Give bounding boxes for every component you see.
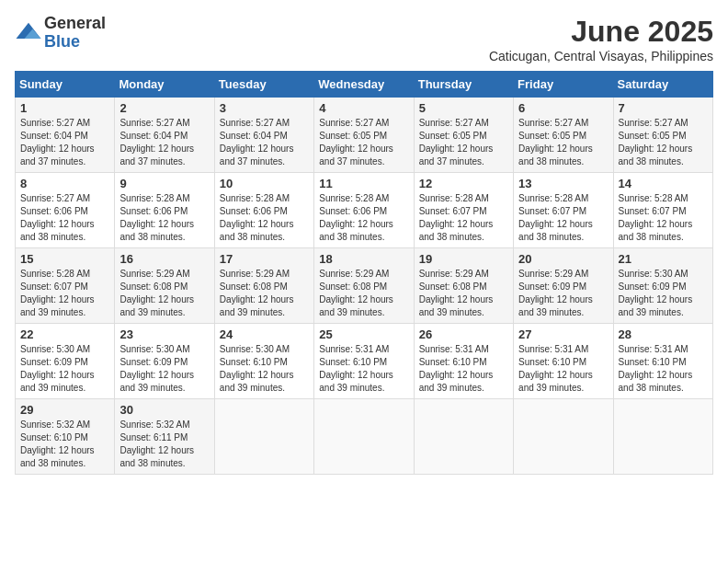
day-info: Sunrise: 5:28 AM Sunset: 6:06 PM Dayligh… <box>319 192 408 244</box>
day-info: Sunrise: 5:27 AM Sunset: 6:05 PM Dayligh… <box>619 117 708 168</box>
day-number: 12 <box>419 177 508 190</box>
week-row-4: 22 Sunrise: 5:30 AM Sunset: 6:09 PM Dayl… <box>16 324 713 399</box>
day-number: 4 <box>319 101 408 115</box>
day-cell: 2 Sunrise: 5:27 AM Sunset: 6:04 PM Dayli… <box>115 98 214 173</box>
day-number: 3 <box>220 101 309 115</box>
day-cell: 6 Sunrise: 5:27 AM Sunset: 6:05 PM Dayli… <box>514 98 613 173</box>
location-title: Caticugan, Central Visayas, Philippines <box>489 49 713 63</box>
day-cell <box>514 399 613 475</box>
header-thursday: Thursday <box>414 72 513 98</box>
day-info: Sunrise: 5:30 AM Sunset: 6:10 PM Dayligh… <box>220 343 309 395</box>
day-cell: 27 Sunrise: 5:31 AM Sunset: 6:10 PM Dayl… <box>514 324 613 399</box>
day-info: Sunrise: 5:31 AM Sunset: 6:10 PM Dayligh… <box>619 343 708 395</box>
header-friday: Friday <box>514 72 613 98</box>
day-number: 27 <box>518 327 608 341</box>
day-cell: 19 Sunrise: 5:29 AM Sunset: 6:08 PM Dayl… <box>414 248 513 324</box>
day-info: Sunrise: 5:30 AM Sunset: 6:09 PM Dayligh… <box>20 343 109 395</box>
day-cell: 21 Sunrise: 5:30 AM Sunset: 6:09 PM Dayl… <box>613 248 712 324</box>
day-cell: 13 Sunrise: 5:28 AM Sunset: 6:07 PM Dayl… <box>514 173 613 248</box>
day-cell: 23 Sunrise: 5:30 AM Sunset: 6:09 PM Dayl… <box>115 324 214 399</box>
day-cell: 26 Sunrise: 5:31 AM Sunset: 6:10 PM Dayl… <box>414 324 513 399</box>
day-number: 9 <box>119 177 209 190</box>
day-number: 5 <box>419 101 508 115</box>
header-sunday: Sunday <box>16 72 115 98</box>
day-cell <box>314 399 414 475</box>
calendar-header-row: SundayMondayTuesdayWednesdayThursdayFrid… <box>16 72 713 98</box>
day-info: Sunrise: 5:30 AM Sunset: 6:09 PM Dayligh… <box>619 268 708 319</box>
day-cell: 29 Sunrise: 5:32 AM Sunset: 6:10 PM Dayl… <box>16 399 115 475</box>
day-cell: 4 Sunrise: 5:27 AM Sunset: 6:05 PM Dayli… <box>314 98 414 173</box>
day-info: Sunrise: 5:31 AM Sunset: 6:10 PM Dayligh… <box>319 343 408 395</box>
header-saturday: Saturday <box>613 72 712 98</box>
logo: General Blue <box>15 15 106 52</box>
day-info: Sunrise: 5:28 AM Sunset: 6:06 PM Dayligh… <box>220 192 309 244</box>
header-tuesday: Tuesday <box>214 72 313 98</box>
calendar-table: SundayMondayTuesdayWednesdayThursdayFrid… <box>15 71 713 475</box>
day-number: 14 <box>619 177 708 190</box>
day-number: 16 <box>119 252 209 266</box>
logo-blue-text: Blue <box>44 33 106 52</box>
day-info: Sunrise: 5:28 AM Sunset: 6:07 PM Dayligh… <box>518 192 608 244</box>
day-info: Sunrise: 5:27 AM Sunset: 6:05 PM Dayligh… <box>419 117 508 168</box>
day-cell: 17 Sunrise: 5:29 AM Sunset: 6:08 PM Dayl… <box>214 248 313 324</box>
day-info: Sunrise: 5:29 AM Sunset: 6:08 PM Dayligh… <box>419 268 508 319</box>
day-cell: 5 Sunrise: 5:27 AM Sunset: 6:05 PM Dayli… <box>414 98 513 173</box>
week-row-5: 29 Sunrise: 5:32 AM Sunset: 6:10 PM Dayl… <box>16 399 713 475</box>
day-number: 28 <box>619 327 708 341</box>
month-title: June 2025 <box>489 15 713 49</box>
day-cell: 3 Sunrise: 5:27 AM Sunset: 6:04 PM Dayli… <box>214 98 313 173</box>
day-number: 22 <box>20 327 109 341</box>
week-row-3: 15 Sunrise: 5:28 AM Sunset: 6:07 PM Dayl… <box>16 248 713 324</box>
day-info: Sunrise: 5:28 AM Sunset: 6:07 PM Dayligh… <box>419 192 508 244</box>
day-cell: 30 Sunrise: 5:32 AM Sunset: 6:11 PM Dayl… <box>115 399 214 475</box>
day-number: 6 <box>518 101 608 115</box>
day-cell: 8 Sunrise: 5:27 AM Sunset: 6:06 PM Dayli… <box>16 173 115 248</box>
week-row-2: 8 Sunrise: 5:27 AM Sunset: 6:06 PM Dayli… <box>16 173 713 248</box>
day-cell: 15 Sunrise: 5:28 AM Sunset: 6:07 PM Dayl… <box>16 248 115 324</box>
day-info: Sunrise: 5:27 AM Sunset: 6:04 PM Dayligh… <box>119 117 209 168</box>
day-cell: 18 Sunrise: 5:29 AM Sunset: 6:08 PM Dayl… <box>314 248 414 324</box>
day-info: Sunrise: 5:28 AM Sunset: 6:07 PM Dayligh… <box>20 268 109 319</box>
day-number: 1 <box>20 101 109 115</box>
day-info: Sunrise: 5:31 AM Sunset: 6:10 PM Dayligh… <box>419 343 508 395</box>
day-number: 25 <box>319 327 408 341</box>
day-info: Sunrise: 5:29 AM Sunset: 6:08 PM Dayligh… <box>119 268 209 319</box>
day-number: 29 <box>20 403 109 417</box>
day-cell: 10 Sunrise: 5:28 AM Sunset: 6:06 PM Dayl… <box>214 173 313 248</box>
day-number: 24 <box>220 327 309 341</box>
day-info: Sunrise: 5:29 AM Sunset: 6:09 PM Dayligh… <box>518 268 608 319</box>
day-number: 30 <box>119 403 209 417</box>
day-cell <box>214 399 313 475</box>
day-number: 21 <box>619 252 708 266</box>
day-number: 8 <box>20 177 109 190</box>
day-number: 7 <box>619 101 708 115</box>
day-info: Sunrise: 5:29 AM Sunset: 6:08 PM Dayligh… <box>220 268 309 319</box>
day-number: 18 <box>319 252 408 266</box>
day-info: Sunrise: 5:28 AM Sunset: 6:06 PM Dayligh… <box>119 192 209 244</box>
day-cell: 24 Sunrise: 5:30 AM Sunset: 6:10 PM Dayl… <box>214 324 313 399</box>
day-cell <box>414 399 513 475</box>
title-area: June 2025 Caticugan, Central Visayas, Ph… <box>489 15 713 63</box>
logo-general-text: General <box>44 15 106 33</box>
header-wednesday: Wednesday <box>314 72 414 98</box>
day-info: Sunrise: 5:32 AM Sunset: 6:10 PM Dayligh… <box>20 419 109 470</box>
day-info: Sunrise: 5:27 AM Sunset: 6:04 PM Dayligh… <box>20 117 109 168</box>
day-number: 19 <box>419 252 508 266</box>
day-cell: 14 Sunrise: 5:28 AM Sunset: 6:07 PM Dayl… <box>613 173 712 248</box>
day-number: 20 <box>518 252 608 266</box>
day-info: Sunrise: 5:28 AM Sunset: 6:07 PM Dayligh… <box>619 192 708 244</box>
day-info: Sunrise: 5:32 AM Sunset: 6:11 PM Dayligh… <box>119 419 209 470</box>
day-info: Sunrise: 5:27 AM Sunset: 6:05 PM Dayligh… <box>518 117 608 168</box>
day-number: 26 <box>419 327 508 341</box>
day-cell: 1 Sunrise: 5:27 AM Sunset: 6:04 PM Dayli… <box>16 98 115 173</box>
logo-icon <box>15 19 42 47</box>
day-cell: 12 Sunrise: 5:28 AM Sunset: 6:07 PM Dayl… <box>414 173 513 248</box>
week-row-1: 1 Sunrise: 5:27 AM Sunset: 6:04 PM Dayli… <box>16 98 713 173</box>
day-number: 13 <box>518 177 608 190</box>
day-cell: 7 Sunrise: 5:27 AM Sunset: 6:05 PM Dayli… <box>613 98 712 173</box>
day-info: Sunrise: 5:27 AM Sunset: 6:04 PM Dayligh… <box>220 117 309 168</box>
day-info: Sunrise: 5:27 AM Sunset: 6:06 PM Dayligh… <box>20 192 109 244</box>
header-monday: Monday <box>115 72 214 98</box>
day-cell: 11 Sunrise: 5:28 AM Sunset: 6:06 PM Dayl… <box>314 173 414 248</box>
day-number: 11 <box>319 177 408 190</box>
